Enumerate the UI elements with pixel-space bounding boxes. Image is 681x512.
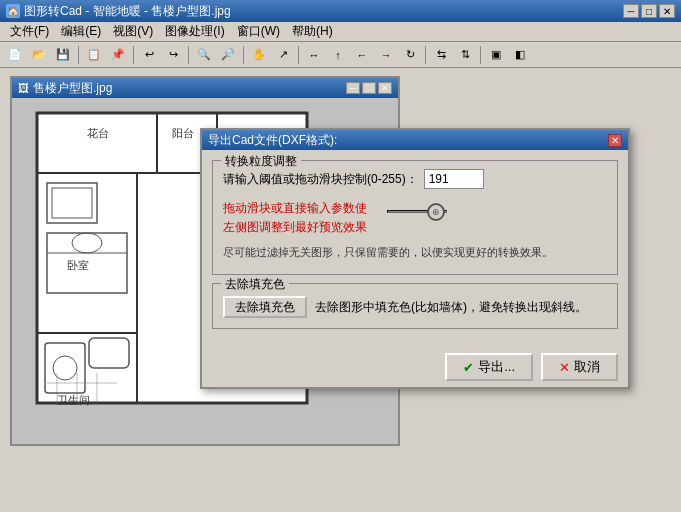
- toolbar-undo[interactable]: ↩: [138, 45, 160, 65]
- toolbar-sep2: [133, 46, 134, 64]
- toolbar-sep4: [243, 46, 244, 64]
- small-hint: 尽可能过滤掉无关图形，只保留需要的，以便实现更好的转换效果。: [223, 245, 607, 260]
- toolbar-sep5: [298, 46, 299, 64]
- room-label-woshi: 卧室: [67, 258, 89, 273]
- hint-line2: 左侧图调整到最好预览效果: [223, 220, 367, 234]
- toolbar-forward[interactable]: →: [375, 45, 397, 65]
- hint-slider-row: 拖动滑块或直接输入参数使 左侧图调整到最好预览效果 ⊕: [223, 195, 607, 241]
- toolbar-up[interactable]: ↑: [327, 45, 349, 65]
- remove-fill-row: 去除填充色 去除图形中填充色(比如墙体)，避免转换出现斜线。: [223, 296, 607, 318]
- inner-minimize[interactable]: ─: [346, 82, 360, 94]
- toolbar-extra2[interactable]: ◧: [509, 45, 531, 65]
- main-area: 🖼 售楼户型图.jpg ─ □ ✕: [0, 68, 681, 512]
- fill-description: 去除图形中填充色(比如墙体)，避免转换出现斜线。: [315, 299, 587, 316]
- close-button[interactable]: ✕: [659, 4, 675, 18]
- cancel-button[interactable]: ✕ 取消: [541, 353, 618, 381]
- app-icon: 🏠: [6, 4, 20, 18]
- title-bar: 🏠 图形转Cad - 智能地暖 - 售楼户型图.jpg ─ □ ✕: [0, 0, 681, 22]
- menu-edit[interactable]: 编辑(E): [55, 22, 107, 41]
- dialog-close-button[interactable]: ✕: [608, 134, 622, 147]
- dialog-title-bar: 导出Cad文件(DXF格式): ✕: [202, 130, 628, 150]
- menu-bar: 文件(F) 编辑(E) 视图(V) 图像处理(I) 窗口(W) 帮助(H): [0, 22, 681, 42]
- slider-wrapper[interactable]: ⊕: [387, 201, 447, 221]
- toolbar-zoom-out[interactable]: 🔎: [217, 45, 239, 65]
- threshold-label: 请输入阈值或拖动滑块控制(0-255)：: [223, 171, 418, 188]
- menu-image[interactable]: 图像处理(I): [159, 22, 230, 41]
- toolbar-redo[interactable]: ↪: [162, 45, 184, 65]
- toolbar-arrows[interactable]: ↔: [303, 45, 325, 65]
- menu-view[interactable]: 视图(V): [107, 22, 159, 41]
- slider-container: ⊕: [387, 201, 447, 221]
- hint-block: 拖动滑块或直接输入参数使 左侧图调整到最好预览效果: [223, 195, 367, 241]
- conversion-group-label: 转换粒度调整: [221, 153, 301, 170]
- app-title: 图形转Cad - 智能地暖 - 售楼户型图.jpg: [24, 3, 231, 20]
- menu-help[interactable]: 帮助(H): [286, 22, 339, 41]
- room-label-yangtai: 阳台: [172, 126, 194, 141]
- export-dialog: 导出Cad文件(DXF格式): ✕ 转换粒度调整 请输入阈值或拖动滑块控制(0-…: [200, 128, 630, 389]
- inner-title-bar: 🖼 售楼户型图.jpg ─ □ ✕: [12, 78, 398, 98]
- threshold-input[interactable]: [424, 169, 484, 189]
- checkmark-icon: ✔: [463, 360, 474, 375]
- hint-line1: 拖动滑块或直接输入参数使: [223, 201, 367, 215]
- toolbar-sep3: [188, 46, 189, 64]
- toolbar-paste[interactable]: 📌: [107, 45, 129, 65]
- minimize-button[interactable]: ─: [623, 4, 639, 18]
- inner-window-title: 售楼户型图.jpg: [33, 80, 112, 97]
- export-button[interactable]: ✔ 导出...: [445, 353, 533, 381]
- room-label-huatai: 花台: [87, 126, 109, 141]
- export-label: 导出...: [478, 358, 515, 376]
- toolbar-rotate[interactable]: ↻: [399, 45, 421, 65]
- toolbar-back[interactable]: ←: [351, 45, 373, 65]
- title-bar-controls: ─ □ ✕: [623, 4, 675, 18]
- fill-color-group-label: 去除填充色: [221, 276, 289, 293]
- dialog-title-text: 导出Cad文件(DXF格式):: [208, 132, 337, 149]
- conversion-group: 转换粒度调整 请输入阈值或拖动滑块控制(0-255)： 拖动滑块或直接输入参数使…: [212, 160, 618, 275]
- toolbar-sep1: [78, 46, 79, 64]
- toolbar-zoom-in[interactable]: 🔍: [193, 45, 215, 65]
- cancel-label: 取消: [574, 358, 600, 376]
- remove-fill-button[interactable]: 去除填充色: [223, 296, 307, 318]
- toolbar-flip-h[interactable]: ⇆: [430, 45, 452, 65]
- hint-text: 拖动滑块或直接输入参数使 左侧图调整到最好预览效果: [223, 199, 367, 237]
- slider-thumb-icon: ⊕: [432, 207, 440, 217]
- fill-color-group: 去除填充色 去除填充色 去除图形中填充色(比如墙体)，避免转换出现斜线。: [212, 283, 618, 329]
- x-icon: ✕: [559, 360, 570, 375]
- toolbar-copy[interactable]: 📋: [83, 45, 105, 65]
- toolbar-flip-v[interactable]: ⇅: [454, 45, 476, 65]
- toolbar-open[interactable]: 📂: [28, 45, 50, 65]
- inner-maximize[interactable]: □: [362, 82, 376, 94]
- toolbar-extra1[interactable]: ▣: [485, 45, 507, 65]
- inner-close[interactable]: ✕: [378, 82, 392, 94]
- dialog-body: 转换粒度调整 请输入阈值或拖动滑块控制(0-255)： 拖动滑块或直接输入参数使…: [202, 150, 628, 347]
- toolbar-save[interactable]: 💾: [52, 45, 74, 65]
- inner-title-controls: ─ □ ✕: [346, 82, 392, 94]
- toolbar: 📄 📂 💾 📋 📌 ↩ ↪ 🔍 🔎 ✋ ↗ ↔ ↑ ← → ↻ ⇆ ⇅ ▣ ◧: [0, 42, 681, 68]
- menu-window[interactable]: 窗口(W): [231, 22, 286, 41]
- toolbar-sep6: [425, 46, 426, 64]
- dialog-footer: ✔ 导出... ✕ 取消: [202, 347, 628, 387]
- toolbar-sep7: [480, 46, 481, 64]
- slider-thumb[interactable]: ⊕: [427, 203, 445, 221]
- room-label-weishengjian: 卫生间: [57, 393, 90, 408]
- maximize-button[interactable]: □: [641, 4, 657, 18]
- toolbar-new[interactable]: 📄: [4, 45, 26, 65]
- toolbar-pan[interactable]: ✋: [248, 45, 270, 65]
- menu-file[interactable]: 文件(F): [4, 22, 55, 41]
- toolbar-select[interactable]: ↗: [272, 45, 294, 65]
- threshold-row: 请输入阈值或拖动滑块控制(0-255)：: [223, 169, 607, 189]
